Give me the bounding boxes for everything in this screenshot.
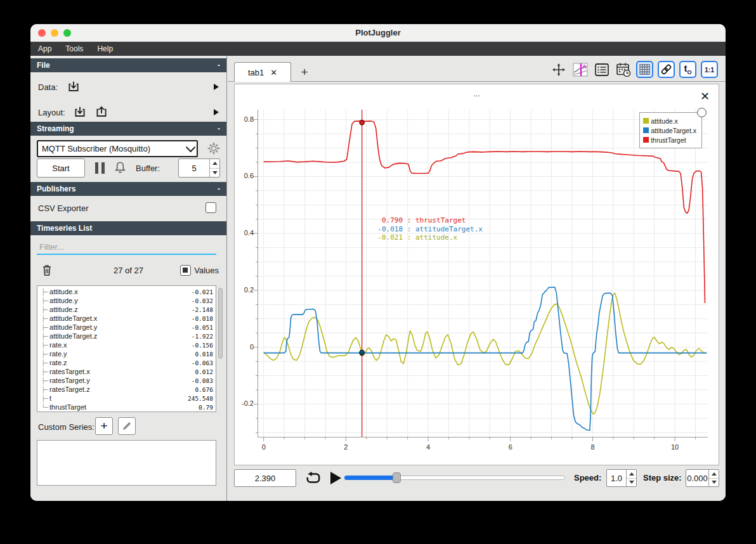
notifications-bell-icon[interactable] xyxy=(113,160,127,178)
loop-icon[interactable] xyxy=(305,471,322,488)
data-label: Data: xyxy=(38,82,58,92)
list-item[interactable]: ├─ratesTarget.y-0.083 xyxy=(39,376,213,385)
legend-entry[interactable]: thrustTarget xyxy=(643,135,696,145)
streaming-settings-gear-icon[interactable] xyxy=(207,142,220,157)
link-axes-button[interactable] xyxy=(658,61,675,78)
series-name[interactable]: attitude.z xyxy=(49,306,78,313)
timeseries-list[interactable]: ├─attitude.x-0.021├─attitude.y-0.032├─at… xyxy=(37,285,216,412)
y-tick-label: 0.8 xyxy=(235,115,254,123)
list-item[interactable]: ├─attitudeTarget.y-0.051 xyxy=(39,323,213,332)
series-name[interactable]: ratesTarget.y xyxy=(49,377,90,384)
y-tick-label: 0.6 xyxy=(235,172,254,179)
publishers-section-header[interactable]: Publishers - xyxy=(30,182,226,196)
slider-fill xyxy=(344,476,396,480)
ratio-one-to-one-button[interactable]: 1:1 xyxy=(701,61,718,78)
time-display[interactable]: 2.390 xyxy=(234,469,296,487)
list-item[interactable]: ├─ratesTarget.x0.012 xyxy=(39,367,213,376)
curve-tracker-icon[interactable]: A xyxy=(571,61,589,78)
series-name[interactable]: ratesTarget.x xyxy=(49,368,90,375)
values-checkbox[interactable] xyxy=(180,265,191,276)
spin-down-icon[interactable] xyxy=(627,479,636,487)
menu-tools[interactable]: Tools xyxy=(65,44,83,53)
pan-move-icon[interactable] xyxy=(550,61,567,78)
series-value: 0.012 xyxy=(195,368,213,375)
time-value: 2.390 xyxy=(255,474,276,483)
list-item[interactable]: ├─attitude.x-0.021 xyxy=(39,287,213,296)
y-tick-label: -0.2 xyxy=(235,399,254,407)
spin-up-icon[interactable] xyxy=(210,159,219,169)
add-tab-button[interactable]: + xyxy=(294,63,315,81)
legend-drag-handle[interactable] xyxy=(697,108,707,117)
time-offset-button[interactable]: tO xyxy=(679,61,696,78)
list-item[interactable]: ├─t245.548 xyxy=(39,394,213,403)
list-item[interactable]: ├─attitude.z-2.148 xyxy=(39,305,213,314)
csv-exporter-checkbox[interactable] xyxy=(205,202,216,213)
series-name[interactable]: attitude.x xyxy=(49,288,78,295)
grid-toggle-button[interactable] xyxy=(636,61,653,78)
playback-slider[interactable] xyxy=(344,475,565,481)
plot-canvas[interactable] xyxy=(252,110,708,444)
data-menu-arrow[interactable] xyxy=(214,76,219,98)
spin-up-icon[interactable] xyxy=(709,470,719,479)
file-section-header[interactable]: File - xyxy=(30,58,226,72)
collapse-icon[interactable]: - xyxy=(218,185,220,193)
list-item[interactable]: ├─rate.x-0.156 xyxy=(39,340,213,349)
save-layout-icon[interactable] xyxy=(94,105,108,119)
plot-legend[interactable]: attitude.xattitudeTarget.xthrustTarget xyxy=(639,112,702,148)
filter-input[interactable] xyxy=(37,240,216,255)
list-item[interactable]: ├─attitudeTarget.z-1.922 xyxy=(39,332,213,340)
list-item[interactable]: ├─ratesTarget.z0.676 xyxy=(39,385,213,394)
series-name[interactable]: attitude.y xyxy=(49,297,78,304)
series-name[interactable]: rate.y xyxy=(49,350,67,358)
series-name[interactable]: t xyxy=(49,394,51,402)
spin-down-icon[interactable] xyxy=(210,169,219,178)
streaming-section-header[interactable]: Streaming - xyxy=(30,122,226,136)
list-item[interactable]: └─thrustTarget0.79 xyxy=(39,403,213,411)
csv-exporter-label: CSV Exporter xyxy=(38,204,88,213)
list-item[interactable]: ├─attitude.y-0.032 xyxy=(39,296,213,305)
load-layout-icon[interactable] xyxy=(73,105,87,119)
custom-series-list[interactable] xyxy=(37,440,216,486)
list-item[interactable]: ├─rate.y0.018 xyxy=(39,349,213,358)
plot-title[interactable]: ... xyxy=(235,89,719,98)
plot-widget[interactable]: ... ✕ attitude.xattitudeTarget.xthrustTa… xyxy=(234,84,719,465)
series-name[interactable]: attitudeTarget.z xyxy=(49,332,97,340)
series-name[interactable]: rate.z xyxy=(49,359,67,366)
layout-menu-arrow[interactable] xyxy=(214,101,219,123)
series-name[interactable]: thrustTarget xyxy=(49,403,86,411)
pause-streaming-icon[interactable] xyxy=(95,162,105,174)
datetime-icon[interactable] xyxy=(615,61,632,78)
list-item[interactable]: ├─attitudeTarget.x-0.018 xyxy=(39,314,213,323)
series-name[interactable]: ratesTarget.z xyxy=(49,385,90,393)
buffer-spinbox[interactable]: 5 xyxy=(178,159,220,178)
spin-down-icon[interactable] xyxy=(709,479,719,487)
series-name[interactable]: rate.x xyxy=(49,341,67,349)
plot-close-icon[interactable]: ✕ xyxy=(700,91,710,102)
list-item[interactable]: ├─rate.z-0.063 xyxy=(39,358,213,367)
streaming-source-select[interactable]: MQTT Subscriber (Mosquitto) xyxy=(37,140,198,157)
series-name[interactable]: attitudeTarget.y xyxy=(49,323,97,331)
add-custom-series-button[interactable]: + xyxy=(95,417,113,435)
tab-close-icon[interactable]: ✕ xyxy=(270,68,277,77)
menu-help[interactable]: Help xyxy=(97,44,113,53)
menu-app[interactable]: App xyxy=(38,44,51,53)
tab-tab1[interactable]: tab1 ✕ xyxy=(234,62,291,82)
slider-handle[interactable] xyxy=(393,472,401,483)
load-data-icon[interactable] xyxy=(67,80,81,94)
scrollbar-thumb[interactable] xyxy=(218,288,223,359)
series-name[interactable]: attitudeTarget.x xyxy=(49,314,97,322)
collapse-icon[interactable]: - xyxy=(218,61,220,70)
plot-svg[interactable] xyxy=(252,110,708,444)
play-icon[interactable] xyxy=(329,471,342,488)
spin-up-icon[interactable] xyxy=(627,470,636,479)
step-size-spinbox[interactable]: 0.000 xyxy=(686,469,719,487)
collapse-icon[interactable]: - xyxy=(218,124,220,133)
speed-spinbox[interactable]: 1.0 xyxy=(606,469,637,487)
tree-guide: ├─ xyxy=(39,306,48,313)
start-streaming-button[interactable]: Start xyxy=(37,159,85,178)
legend-list-icon[interactable] xyxy=(593,61,610,78)
edit-custom-series-button[interactable] xyxy=(118,417,136,435)
timeseries-section-header[interactable]: Timeseries List xyxy=(30,221,226,235)
legend-entry[interactable]: attitude.x xyxy=(643,116,696,126)
legend-entry[interactable]: attitudeTarget.x xyxy=(643,126,696,135)
